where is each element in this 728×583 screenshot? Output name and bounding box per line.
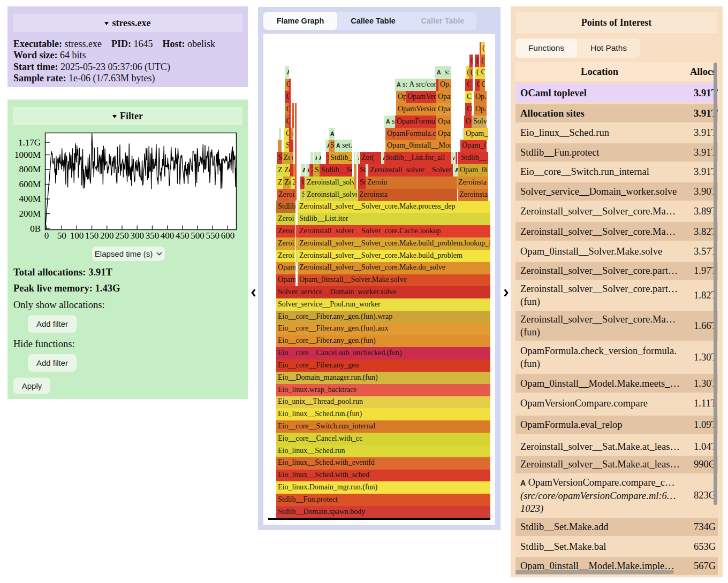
svg-text:1.17G: 1.17G <box>18 137 41 148</box>
svg-text:150: 150 <box>85 231 99 241</box>
svg-text:1000M: 1000M <box>14 150 41 160</box>
svg-text:100: 100 <box>70 231 84 241</box>
svg-text:400: 400 <box>161 231 175 241</box>
svg-text:50: 50 <box>57 231 66 241</box>
svg-text:0B: 0B <box>30 224 41 234</box>
svg-text:200: 200 <box>100 231 114 241</box>
svg-text:400M: 400M <box>19 194 41 204</box>
svg-text:600M: 600M <box>19 179 41 189</box>
svg-text:450: 450 <box>176 231 189 241</box>
svg-text:250: 250 <box>115 231 129 241</box>
svg-text:0: 0 <box>44 231 49 241</box>
svg-text:550: 550 <box>206 231 219 241</box>
svg-text:300: 300 <box>130 231 144 241</box>
svg-text:600: 600 <box>221 231 235 241</box>
svg-text:350: 350 <box>146 231 160 241</box>
svg-text:800M: 800M <box>19 164 41 174</box>
svg-text:200M: 200M <box>19 209 41 219</box>
svg-text:500: 500 <box>191 231 204 241</box>
